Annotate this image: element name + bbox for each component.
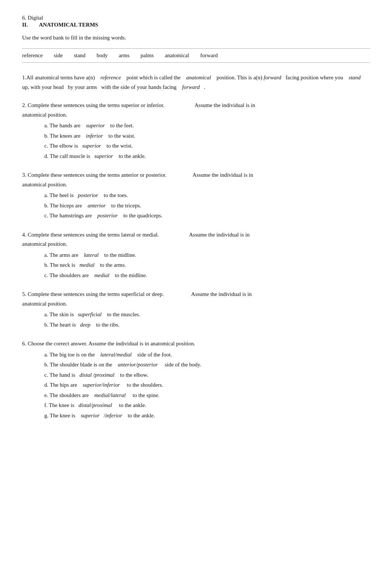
question-6: 6. Choose the correct answer. Assume the… (22, 339, 370, 420)
question-1: 1.All anatomical terms have a(n) referen… (22, 73, 370, 92)
question-5: 5. Complete these sentences using the te… (22, 290, 370, 330)
q4-note: anatomical position. (22, 239, 370, 249)
word-stand: stand (74, 52, 86, 59)
word-side: side (54, 52, 63, 59)
list-item: c. The hand is distal /proximal to the e… (44, 370, 370, 380)
q3-items: a. The heel is posterior to the toes. b.… (22, 191, 370, 221)
q6-items: a. The big toe is on the lateral/medial … (22, 350, 370, 421)
instruction: Use the word bank to fill in the missing… (22, 35, 370, 41)
header-line1: 6. Digital (22, 15, 370, 21)
q2-note: anatomical position. (22, 110, 370, 120)
word-bank: reference side stand body arms palms ana… (22, 48, 370, 63)
q1-text: 1.All anatomical terms have a(n) referen… (22, 73, 370, 92)
list-item: d. The calf muscle is superior to the an… (44, 152, 370, 161)
list-item: b. The biceps are anterior to the tricep… (44, 201, 370, 211)
q2-intro: 2. Complete these sentences using the te… (22, 101, 370, 110)
list-item: a. The heel is posterior to the toes. (44, 191, 370, 200)
word-body: body (97, 52, 108, 59)
list-item: a. The hands are superior to the feet. (44, 121, 370, 131)
word-arms: arms (119, 52, 130, 59)
list-item: b. The neck is medial to the arms. (44, 261, 370, 270)
list-item: b. The heart is deep to the ribs. (44, 320, 370, 330)
word-forward: forward (200, 52, 217, 59)
section-text: ANATOMICAL TERMS (39, 22, 98, 28)
list-item: e. The shoulders are medial/lateral to t… (44, 391, 370, 400)
q6-intro: 6. Choose the correct answer. Assume the… (22, 339, 370, 349)
q4-items: a. The arms are lateral to the midline. … (22, 251, 370, 280)
list-item: c. The shoulders are medial to the midli… (44, 271, 370, 280)
list-item: a. The arms are lateral to the midline. (44, 251, 370, 260)
section-title: II. ANATOMICAL TERMS (22, 22, 370, 28)
word-reference: reference (22, 52, 43, 59)
question-4: 4. Complete these sentences using the te… (22, 230, 370, 281)
section-num: II. (22, 22, 28, 28)
q5-intro: 5. Complete these sentences using the te… (22, 290, 370, 299)
page-container: 6. Digital II. ANATOMICAL TERMS Use the … (22, 15, 370, 420)
list-item: f. The knee is distal/proximal to the an… (44, 401, 370, 410)
list-item: a. The big toe is on the lateral/medial … (44, 350, 370, 360)
word-anatomical: anatomical (165, 52, 189, 59)
q2-items: a. The hands are superior to the feet. b… (22, 121, 370, 161)
q3-note: anatomical position. (22, 180, 370, 190)
list-item: d. The hips are superior/inferior to the… (44, 380, 370, 390)
list-item: c. The hamstrings are posterior to the q… (44, 211, 370, 221)
q3-intro: 3. Complete these sentences using the te… (22, 170, 370, 180)
list-item: c. The elbow is superior to the wrist. (44, 141, 370, 151)
q5-items: a. The skin is superficial to the muscle… (22, 310, 370, 330)
question-3: 3. Complete these sentences using the te… (22, 170, 370, 221)
q5-note: anatomical position. (22, 299, 370, 309)
word-palms: palms (141, 52, 154, 59)
list-item: a. The skin is superficial to the muscle… (44, 310, 370, 320)
list-item: b. The shoulder blade is on the anterior… (44, 360, 370, 370)
list-item: g. The knee is superior /inferior to the… (44, 411, 370, 421)
list-item: b. The knees are inferior to the waist. (44, 131, 370, 141)
question-2: 2. Complete these sentences using the te… (22, 101, 370, 162)
q4-intro: 4. Complete these sentences using the te… (22, 230, 370, 240)
